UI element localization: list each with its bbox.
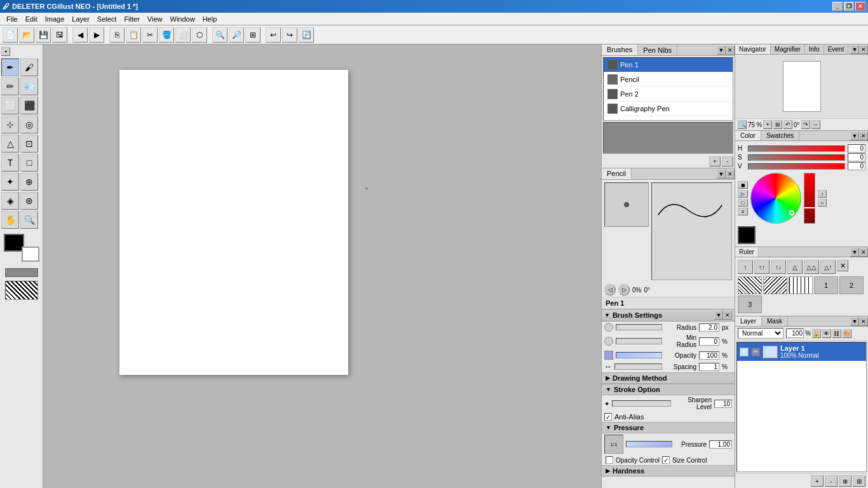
preview-rotate-right[interactable]: ▷ bbox=[618, 284, 630, 295]
sharpen-slider[interactable] bbox=[612, 400, 671, 407]
preview-panel-close[interactable]: ✕ bbox=[726, 170, 735, 179]
ruler-btn-3[interactable]: ↑↓ bbox=[771, 260, 786, 274]
anti-alias-checkbox[interactable]: ✓ bbox=[604, 413, 612, 421]
layer-visibility-icon[interactable]: 👁 bbox=[740, 348, 749, 356]
redo-button[interactable]: ↪ bbox=[282, 27, 297, 43]
zoom-out-button[interactable]: 🔎 bbox=[229, 27, 244, 43]
layer-link-btn[interactable]: ⛓ bbox=[832, 329, 841, 338]
pressure-slider[interactable] bbox=[626, 441, 672, 447]
text-tool[interactable]: T bbox=[1, 154, 19, 172]
brush-settings-collapse[interactable]: ▼ bbox=[604, 312, 610, 318]
brush-item-pen1[interactable]: Pen 1 bbox=[604, 58, 733, 72]
color-close[interactable]: ✕ bbox=[859, 132, 868, 140]
tab-event[interactable]: Event bbox=[824, 44, 849, 54]
toolbox-collapse[interactable]: ▪ bbox=[1, 47, 10, 56]
pressure-input[interactable] bbox=[709, 440, 732, 449]
minimize-button[interactable]: _ bbox=[832, 2, 843, 11]
layer-close[interactable]: ✕ bbox=[859, 317, 868, 326]
color-wheel[interactable] bbox=[750, 173, 801, 224]
drawing-canvas[interactable] bbox=[119, 70, 348, 375]
shape-tool[interactable]: □ bbox=[20, 154, 38, 172]
nav-zoom-out[interactable]: 🔍 bbox=[738, 120, 747, 129]
tab-swatches[interactable]: Swatches bbox=[761, 131, 799, 140]
layer-eye-btn[interactable]: 👁 bbox=[822, 329, 831, 338]
saveas-button[interactable]: 🖫 bbox=[52, 27, 67, 43]
lasso-tool[interactable]: ◎ bbox=[20, 116, 38, 133]
airbrush-tool[interactable]: 💨 bbox=[20, 78, 38, 95]
color-transparent-toggle[interactable]: □ bbox=[738, 199, 748, 207]
tab-layer[interactable]: Layer bbox=[735, 316, 762, 326]
v-slider[interactable] bbox=[748, 163, 845, 170]
brush-add-btn[interactable]: + bbox=[709, 156, 721, 166]
cut-button[interactable]: ✂ bbox=[142, 27, 158, 43]
min-radius-slider[interactable] bbox=[616, 338, 662, 344]
gradient-tool[interactable]: ◈ bbox=[1, 192, 19, 210]
menu-file[interactable]: File bbox=[3, 14, 22, 24]
brush-item-pen2[interactable]: Pen 2 bbox=[604, 87, 733, 102]
move-tool[interactable]: ✦ bbox=[1, 173, 19, 191]
h-input[interactable] bbox=[848, 144, 865, 152]
menu-view[interactable]: View bbox=[144, 14, 166, 24]
brush-tool[interactable]: 🖌 bbox=[20, 58, 38, 76]
layer-delete-btn[interactable]: - bbox=[825, 475, 837, 487]
layer-palette-btn[interactable]: 🎨 bbox=[843, 329, 851, 338]
transform-tool[interactable]: ⊡ bbox=[20, 135, 38, 152]
spacing-input[interactable] bbox=[699, 363, 719, 371]
new-button[interactable]: 📄 bbox=[3, 27, 18, 43]
tab-color[interactable]: Color bbox=[735, 131, 761, 140]
background-color[interactable] bbox=[22, 247, 39, 262]
menu-filter[interactable]: Filter bbox=[120, 14, 143, 24]
color-invert-btn[interactable]: ↕ bbox=[818, 190, 827, 198]
eraser-tool[interactable]: ⬜ bbox=[1, 97, 19, 114]
layer-menu[interactable]: ▼ bbox=[850, 317, 859, 326]
brush-settings-close[interactable]: ✕ bbox=[723, 311, 732, 320]
v-input[interactable] bbox=[848, 162, 865, 170]
fill-tool[interactable]: ⬛ bbox=[20, 97, 38, 114]
menu-window[interactable]: Window bbox=[166, 14, 199, 24]
tab-mask[interactable]: Mask bbox=[762, 316, 788, 326]
hardness-section[interactable]: ▶ Hardness bbox=[602, 465, 735, 477]
ruler-btn-4[interactable]: △ bbox=[787, 260, 803, 274]
opacity-control-checkbox[interactable] bbox=[606, 456, 613, 464]
brushes-panel-close[interactable]: ✕ bbox=[726, 46, 735, 55]
layer-add-btn[interactable]: + bbox=[811, 475, 824, 487]
color-menu[interactable]: ▼ bbox=[850, 132, 859, 140]
color-fg-toggle[interactable]: ◼ bbox=[738, 181, 748, 189]
tab-magnifier[interactable]: Magnifier bbox=[771, 44, 805, 54]
ruler-menu[interactable]: ▼ bbox=[850, 248, 859, 257]
pressure-section[interactable]: ▼ Pressure bbox=[602, 422, 735, 433]
min-radius-input[interactable] bbox=[699, 337, 719, 346]
layer-lock-btn[interactable]: 🔒 bbox=[812, 329, 821, 338]
brush-item-calligraphy[interactable]: Calligraphy Pen bbox=[604, 102, 733, 116]
nav-rotate-cw[interactable]: ↷ bbox=[801, 120, 810, 129]
navigator-menu[interactable]: ▼ bbox=[850, 45, 859, 54]
polygon-tool[interactable]: △ bbox=[1, 135, 19, 152]
canvas-area[interactable] bbox=[43, 44, 601, 488]
prev-button[interactable]: ◀ bbox=[72, 27, 88, 43]
save-button[interactable]: 💾 bbox=[36, 27, 51, 43]
ruler-btn-6[interactable]: △↑ bbox=[820, 260, 836, 274]
pencil-tool[interactable]: ✏ bbox=[1, 78, 19, 95]
ruler-btn-5[interactable]: △△ bbox=[804, 260, 819, 274]
color-bg-toggle[interactable]: ▷ bbox=[738, 190, 748, 198]
nav-zoom-in[interactable]: + bbox=[763, 120, 772, 129]
ruler-pattern-4[interactable]: 1 bbox=[814, 276, 838, 294]
ruler-pattern-6[interactable]: 3 bbox=[738, 295, 762, 313]
tab-brushes[interactable]: Brushes bbox=[602, 44, 638, 55]
tab-pen-nibs[interactable]: Pen Nibs bbox=[638, 45, 677, 55]
sharpen-input[interactable] bbox=[714, 400, 732, 408]
zoom-tool[interactable]: 🔍 bbox=[20, 211, 38, 229]
opacity-input[interactable] bbox=[699, 351, 719, 360]
ruler-pattern-1[interactable] bbox=[738, 276, 762, 294]
brushes-panel-menu[interactable]: ▼ bbox=[717, 46, 726, 55]
next-button[interactable]: ▶ bbox=[89, 27, 104, 43]
brush-settings-menu[interactable]: ▼ bbox=[714, 311, 723, 320]
tab-info[interactable]: Info bbox=[805, 44, 824, 54]
color-gradient-bar[interactable] bbox=[804, 173, 815, 224]
eraser-tb-button[interactable]: ⬜ bbox=[175, 27, 191, 43]
selection-tool[interactable]: ⊹ bbox=[1, 116, 19, 133]
s-input[interactable] bbox=[848, 153, 865, 161]
navigator-close[interactable]: ✕ bbox=[859, 45, 868, 54]
layer-opacity-input[interactable] bbox=[786, 329, 804, 338]
layer-merge-btn[interactable]: ⊕ bbox=[839, 475, 851, 487]
